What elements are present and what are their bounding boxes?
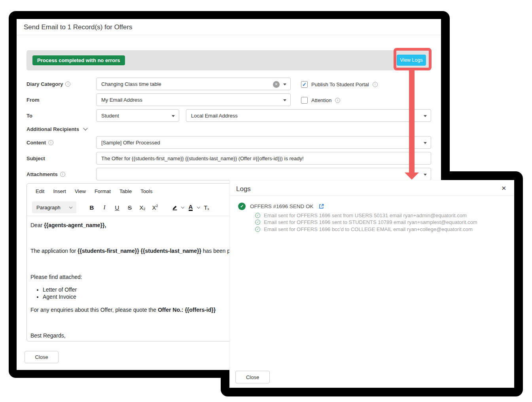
attachments-label: Attachments — [27, 168, 65, 180]
menu-tools[interactable]: Tools — [140, 188, 152, 194]
logs-title: Logs — [236, 185, 251, 193]
publish-checkbox[interactable] — [301, 81, 308, 88]
clear-formatting-button[interactable] — [201, 201, 212, 213]
log-detail-row: Email sent for OFFERS 1696 bcc'd to COLL… — [255, 226, 477, 233]
success-check-outline-icon — [255, 213, 260, 218]
to-recipient-type-select[interactable]: Student — [96, 109, 179, 122]
status-badge: Process completed with no errors — [32, 55, 125, 65]
diary-category-value: Changing Class time table — [101, 81, 161, 87]
success-check-outline-icon — [255, 220, 260, 225]
from-select[interactable]: My Email Address — [96, 93, 291, 106]
publish-label: Publish To Student Portal — [311, 82, 369, 87]
caret-down-icon — [283, 99, 286, 101]
template-var-first-name: {{students-first_name}} — [78, 248, 139, 254]
menu-view[interactable]: View — [75, 188, 86, 194]
logs-dialog: Logs OFFERS #1696 SEND OK Email sent for… — [229, 180, 514, 388]
log-detail-row: Email sent for OFFERS 1696 sent to STUDE… — [255, 219, 477, 226]
close-icon[interactable] — [501, 185, 506, 192]
text-color-button[interactable] — [185, 201, 197, 213]
content-select[interactable]: [Sample] Offer Processed — [96, 136, 431, 149]
content-label: Content — [27, 136, 53, 149]
close-button[interactable]: Close — [25, 351, 59, 363]
annotation-highlight-frame — [394, 48, 432, 70]
subject-label: Subject — [27, 152, 45, 165]
to-label: To — [27, 109, 32, 122]
to-address-value: Local Email Address — [191, 113, 238, 119]
logs-header-divider — [230, 195, 514, 196]
subscript-button[interactable] — [136, 201, 148, 213]
caret-down-icon — [424, 115, 427, 117]
template-var-last-name: {{students-last_name}} — [141, 248, 201, 254]
logs-close-button[interactable]: Close — [235, 371, 270, 383]
log-detail-row: Email sent for OFFERS 1696 sent from USE… — [255, 212, 477, 219]
dialog-title: Send Email to 1 Record(s) for Offers — [24, 23, 133, 31]
additional-recipients-expander[interactable]: Additional Recipients — [27, 124, 87, 134]
highlighter-pen-icon — [172, 204, 178, 210]
content-value: [Sample] Offer Processed — [101, 140, 160, 146]
success-check-icon — [238, 203, 246, 210]
from-label: From — [27, 93, 40, 106]
success-check-outline-icon — [255, 227, 260, 232]
log-entry-title: OFFERS #1696 SEND OK — [250, 203, 314, 209]
from-value: My Email Address — [101, 97, 142, 103]
attachments-select[interactable] — [96, 168, 431, 180]
clear-icon[interactable] — [273, 81, 280, 88]
caret-down-icon — [283, 83, 286, 85]
chevron-down-icon[interactable] — [181, 205, 184, 208]
chevron-down-icon[interactable] — [197, 205, 200, 208]
menu-edit[interactable]: Edit — [36, 188, 44, 194]
info-icon[interactable] — [65, 82, 70, 87]
chevron-down-icon — [83, 126, 87, 130]
annotation-arrow-shaft — [409, 70, 415, 173]
header-divider — [17, 35, 441, 35]
menu-format[interactable]: Format — [95, 188, 111, 194]
publish-to-student-portal-row: Publish To Student Portal — [301, 81, 378, 88]
screenshot-canvas: Send Email to 1 Record(s) for Offers Pro… — [0, 0, 532, 402]
diary-category-label: Diary Category — [27, 78, 70, 90]
attention-label: Attention — [311, 97, 331, 103]
to-recipient-type-value: Student — [101, 113, 119, 119]
menu-insert[interactable]: Insert — [53, 188, 66, 194]
editor-menubar: Edit Insert View Format Table Tools — [36, 188, 152, 194]
caret-down-icon — [172, 115, 175, 117]
subject-input[interactable]: The Offer for {{students-first_name}} {{… — [96, 152, 431, 165]
annotation-arrow-head — [405, 173, 419, 180]
template-var-offer-no: Offer No.: {{offers-id}} — [158, 307, 216, 313]
bold-button[interactable] — [86, 201, 98, 213]
paragraph-style-select[interactable]: Paragraph — [32, 201, 76, 213]
caret-down-icon — [424, 142, 427, 144]
highlight-color-button[interactable] — [169, 201, 181, 213]
info-icon[interactable] — [373, 82, 378, 87]
strikethrough-button[interactable] — [124, 201, 136, 213]
attention-checkbox[interactable] — [301, 97, 308, 104]
log-entry: OFFERS #1696 SEND OK — [238, 203, 324, 210]
info-icon[interactable] — [60, 172, 65, 177]
menu-table[interactable]: Table — [119, 188, 132, 194]
subject-value: The Offer for {{students-first_name}} {{… — [101, 155, 304, 161]
underline-button[interactable] — [111, 201, 123, 213]
info-icon[interactable] — [48, 140, 53, 145]
diary-category-select[interactable]: Changing Class time table — [96, 78, 291, 90]
superscript-button[interactable] — [149, 201, 161, 213]
chevron-down-icon — [69, 205, 72, 208]
italic-button[interactable] — [98, 201, 110, 213]
info-icon[interactable] — [335, 98, 340, 103]
template-var-agent-name: {{agents-agent_name}}, — [44, 222, 106, 228]
external-link-icon[interactable] — [319, 204, 324, 209]
caret-down-icon — [424, 174, 427, 176]
attention-row: Attention — [301, 97, 340, 104]
status-banner: Process completed with no errors View Lo… — [27, 50, 431, 70]
log-details: Email sent for OFFERS 1696 sent from USE… — [255, 212, 477, 233]
editor-toolbar: Paragraph — [32, 200, 212, 214]
to-address-select[interactable]: Local Email Address — [186, 109, 431, 122]
